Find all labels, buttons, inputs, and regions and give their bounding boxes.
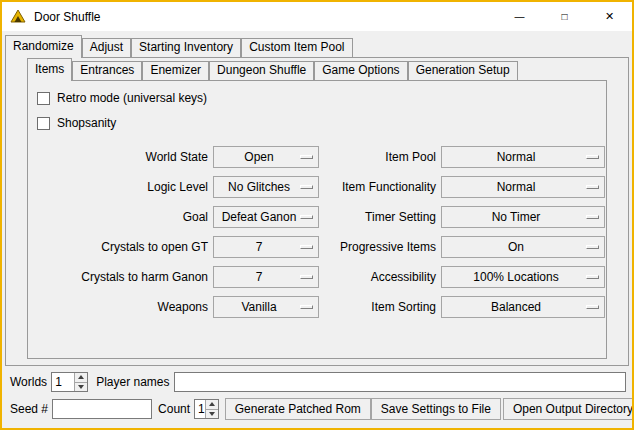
world-state-value: Open [244, 150, 273, 164]
tab-custom-item-pool[interactable]: Custom Item Pool [241, 38, 352, 57]
worlds-spin-arrows [74, 373, 87, 391]
primary-notebook: Randomize Adjust Starting Inventory Cust… [5, 35, 629, 366]
spinner-up-icon[interactable] [75, 373, 87, 382]
dropdown-indicator-icon [300, 245, 313, 249]
crystals-harm-ganon-dropdown[interactable]: 7 [213, 266, 319, 288]
retro-mode-checkbox-row[interactable]: Retro mode (universal keys) [37, 88, 606, 108]
options-grid: World State Open Item Pool Normal Logic … [36, 146, 606, 318]
maximize-icon[interactable]: □ [542, 2, 587, 31]
logic-level-dropdown[interactable]: No Glitches [213, 176, 319, 198]
progressive-items-dropdown[interactable]: On [441, 236, 605, 258]
tab-starting-inventory[interactable]: Starting Inventory [131, 38, 241, 57]
dropdown-indicator-icon [586, 215, 599, 219]
player-names-label: Player names [96, 375, 169, 389]
open-output-directory-button[interactable]: Open Output Directory [503, 398, 634, 420]
tab-randomize[interactable]: Randomize [5, 35, 82, 58]
count-spinbox[interactable]: 1 [194, 399, 219, 419]
app-icon [10, 9, 26, 25]
dropdown-indicator-icon [300, 275, 313, 279]
app-window: Door Shuffle — □ ✕ Randomize Adjust Star… [0, 0, 634, 430]
seed-label: Seed # [10, 402, 48, 416]
world-state-label: World State [36, 146, 208, 168]
item-pool-dropdown[interactable]: Normal [441, 146, 605, 168]
primary-tab-row: Randomize Adjust Starting Inventory Cust… [5, 35, 629, 57]
logic-level-label: Logic Level [36, 176, 208, 198]
goal-dropdown[interactable]: Defeat Ganon [213, 206, 319, 228]
retro-mode-checkbox[interactable] [37, 92, 50, 105]
seed-row: Seed # Count 1 Generate Patched Rom Save… [10, 398, 626, 420]
item-functionality-dropdown[interactable]: Normal [441, 176, 605, 198]
crystals-harm-ganon-label: Crystals to harm Ganon [36, 266, 208, 288]
secondary-notebook: Items Entrances Enemizer Dungeon Shuffle… [27, 58, 607, 359]
world-state-dropdown[interactable]: Open [213, 146, 319, 168]
crystals-open-gt-value: 7 [256, 240, 263, 254]
weapons-value: Vanilla [241, 300, 276, 314]
item-functionality-value: Normal [497, 180, 536, 194]
dropdown-indicator-icon [300, 185, 313, 189]
item-functionality-label: Item Functionality [324, 176, 436, 198]
worlds-label: Worlds [10, 375, 47, 389]
shopsanity-checkbox-row[interactable]: Shopsanity [37, 113, 606, 133]
subtab-items[interactable]: Items [27, 58, 72, 81]
item-pool-value: Normal [497, 150, 536, 164]
subtab-enemizer[interactable]: Enemizer [142, 61, 209, 80]
secondary-tab-row: Items Entrances Enemizer Dungeon Shuffle… [27, 58, 607, 80]
spinner-down-icon[interactable] [75, 382, 87, 392]
accessibility-label: Accessibility [324, 266, 436, 288]
window-title: Door Shuffle [34, 10, 101, 24]
randomize-tab-panel: Items Entrances Enemizer Dungeon Shuffle… [5, 57, 629, 366]
shopsanity-checkbox[interactable] [37, 117, 50, 130]
worlds-value: 1 [52, 373, 74, 391]
retro-mode-label: Retro mode (universal keys) [57, 91, 207, 105]
timer-setting-label: Timer Setting [324, 206, 436, 228]
worlds-spinbox[interactable]: 1 [51, 372, 88, 392]
subtab-game-options[interactable]: Game Options [314, 61, 407, 80]
item-sorting-value: Balanced [491, 300, 541, 314]
count-label: Count [158, 402, 190, 416]
count-value: 1 [195, 400, 205, 418]
progressive-items-label: Progressive Items [324, 236, 436, 258]
timer-setting-dropdown[interactable]: No Timer [441, 206, 605, 228]
accessibility-value: 100% Locations [473, 270, 558, 284]
dropdown-indicator-icon [300, 305, 313, 309]
weapons-label: Weapons [36, 296, 208, 318]
item-sorting-dropdown[interactable]: Balanced [441, 296, 605, 318]
item-pool-label: Item Pool [324, 146, 436, 168]
player-names-input[interactable] [174, 372, 627, 392]
close-icon[interactable]: ✕ [587, 2, 632, 31]
subtab-generation-setup[interactable]: Generation Setup [408, 61, 518, 80]
seed-input[interactable] [52, 399, 152, 419]
title-bar: Door Shuffle — □ ✕ [2, 2, 632, 31]
crystals-open-gt-dropdown[interactable]: 7 [213, 236, 319, 258]
items-tab-panel: Retro mode (universal keys) Shopsanity W… [27, 80, 607, 359]
save-settings-button[interactable]: Save Settings to File [371, 398, 501, 420]
minimize-icon[interactable]: — [497, 2, 542, 31]
timer-setting-value: No Timer [492, 210, 541, 224]
dropdown-indicator-icon [586, 155, 599, 159]
weapons-dropdown[interactable]: Vanilla [213, 296, 319, 318]
worlds-row: Worlds 1 Player names [10, 372, 626, 392]
count-spin-arrows [205, 400, 218, 418]
generate-patched-rom-button[interactable]: Generate Patched Rom [225, 398, 371, 420]
progressive-items-value: On [508, 240, 524, 254]
dropdown-indicator-icon [586, 245, 599, 249]
subtab-entrances[interactable]: Entrances [72, 61, 142, 80]
dropdown-indicator-icon [586, 275, 599, 279]
goal-label: Goal [36, 206, 208, 228]
goal-value: Defeat Ganon [222, 210, 297, 224]
tab-adjust[interactable]: Adjust [82, 38, 131, 57]
dropdown-indicator-icon [300, 215, 313, 219]
subtab-dungeon-shuffle[interactable]: Dungeon Shuffle [209, 61, 314, 80]
dropdown-indicator-icon [586, 305, 599, 309]
logic-level-value: No Glitches [228, 180, 290, 194]
caption-buttons: — □ ✕ [497, 2, 632, 31]
spinner-up-icon[interactable] [206, 400, 218, 409]
item-sorting-label: Item Sorting [324, 296, 436, 318]
accessibility-dropdown[interactable]: 100% Locations [441, 266, 605, 288]
crystals-harm-ganon-value: 7 [256, 270, 263, 284]
spinner-down-icon[interactable] [206, 409, 218, 419]
crystals-open-gt-label: Crystals to open GT [36, 236, 208, 258]
dropdown-indicator-icon [586, 185, 599, 189]
dropdown-indicator-icon [300, 155, 313, 159]
shopsanity-label: Shopsanity [57, 116, 116, 130]
